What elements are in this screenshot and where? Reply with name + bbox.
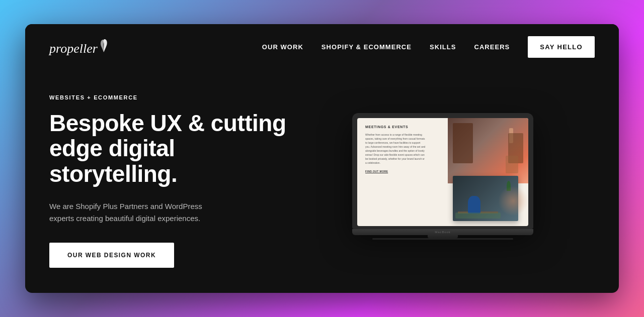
hero-visual: MEETINGS & EVENTS Whether from access to… [291, 69, 595, 293]
hero-eyebrow: WEBSITES + ECOMMERCE [49, 94, 291, 100]
laptop-screen-inner: MEETINGS & EVENTS Whether from access to… [357, 118, 528, 226]
screen-images [428, 118, 528, 226]
nav-links: OUR WORK SHOPIFY & ECOMMERCE SKILLS CARE… [262, 36, 595, 58]
laptop-stand [428, 235, 458, 238]
laptop-base: MacBook [352, 229, 533, 235]
hero-content: WEBSITES + ECOMMERCE Bespoke UX & cuttin… [49, 94, 291, 268]
nav-careers[interactable]: CAREERS [474, 43, 510, 51]
nav-shopify-ecommerce[interactable]: SHOPIFY & ECOMMERCE [321, 43, 412, 51]
browser-window: propeller OUR WORK SHOPIFY & ECOMMERCE S… [25, 24, 619, 293]
cta-button[interactable]: OUR WEB DESIGN WORK [49, 243, 174, 268]
say-hello-button[interactable]: SAY HELLO [528, 36, 595, 58]
screen-body: Whether from access to a range of flexib… [365, 133, 426, 165]
laptop-mockup: MEETINGS & EVENTS Whether from access to… [352, 113, 533, 240]
hero-section: WEBSITES + ECOMMERCE Bespoke UX & cuttin… [25, 69, 619, 293]
nav-our-work[interactable]: OUR WORK [262, 43, 303, 51]
propeller-icon [99, 38, 109, 54]
laptop-brand-label: MacBook [435, 231, 450, 234]
laptop-screen-outer: MEETINGS & EVENTS Whether from access to… [352, 113, 533, 229]
logo-text: propeller [49, 42, 98, 55]
screen-content: MEETINGS & EVENTS Whether from access to… [357, 118, 528, 226]
logo[interactable]: propeller [49, 38, 109, 55]
room-image-main [448, 118, 528, 183]
navbar: propeller OUR WORK SHOPIFY & ECOMMERCE S… [25, 24, 619, 69]
hero-title: Bespoke UX & cutting edge digital storyt… [49, 111, 291, 187]
nav-skills[interactable]: SKILLS [430, 43, 456, 51]
laptop-foot [372, 238, 513, 240]
screen-decoration [498, 186, 528, 216]
hero-subtitle: We are Shopify Plus Partners and WordPre… [49, 200, 220, 225]
